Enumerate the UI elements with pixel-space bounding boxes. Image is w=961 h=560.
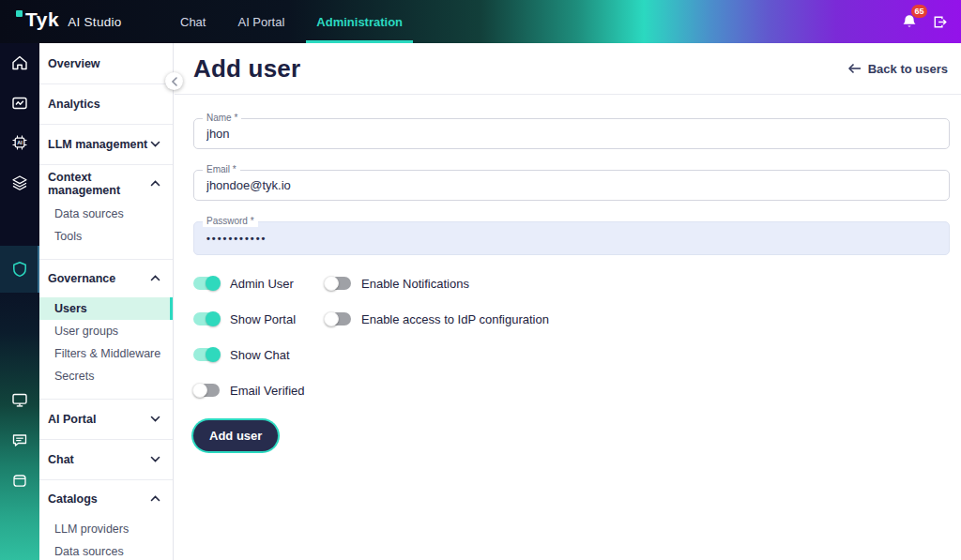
sidebar-nav: Overview Analytics LLM management Contex… xyxy=(39,43,174,560)
sidebar-item-llm-management[interactable]: LLM management xyxy=(39,124,173,164)
grid-spacer xyxy=(325,383,775,398)
icon-rail: AI xyxy=(0,43,39,560)
analytics-icon[interactable] xyxy=(10,94,29,113)
sidebar-item-filters-middleware[interactable]: Filters & Middleware xyxy=(39,342,173,365)
notification-count-badge: 65 xyxy=(911,5,927,18)
switch-knob xyxy=(206,347,221,362)
switch-knob xyxy=(324,311,339,326)
tab-chat[interactable]: Chat xyxy=(178,0,207,43)
sidebar-item-users[interactable]: Users xyxy=(39,297,173,320)
chevron-down-icon xyxy=(150,416,160,423)
switch-knob xyxy=(206,311,221,326)
sidebar-group-context-management: Context management Data sources Tools xyxy=(39,164,173,259)
chevron-up-icon xyxy=(150,180,160,188)
shield-icon[interactable] xyxy=(10,260,29,279)
toggle-label: Enable access to IdP configuration xyxy=(361,312,549,326)
sidebar-item-tools[interactable]: Tools xyxy=(39,225,173,248)
page-title: Add user xyxy=(193,54,300,83)
topbar-actions: 65 xyxy=(900,0,949,43)
admin-user-switch[interactable] xyxy=(193,277,220,290)
logout-icon[interactable] xyxy=(931,13,949,31)
sidebar-item-governance[interactable]: Governance xyxy=(39,260,173,297)
name-field[interactable]: Name * xyxy=(193,118,950,149)
switch-knob xyxy=(206,276,221,291)
email-verified-switch[interactable] xyxy=(193,384,220,397)
toggle-label: Enable Notifications xyxy=(361,277,469,291)
switch-knob xyxy=(324,276,339,291)
tyk-logo: Tyk AI Studio xyxy=(16,8,122,31)
sidebar-collapse-button[interactable] xyxy=(165,72,183,90)
tab-ai-portal[interactable]: AI Portal xyxy=(236,0,286,43)
tyk-logo-square-icon xyxy=(16,10,23,17)
top-bar: Tyk AI Studio Chat AI Portal Administrat… xyxy=(0,0,961,43)
sidebar-item-overview[interactable]: Overview xyxy=(39,43,173,83)
layers-icon[interactable] xyxy=(10,174,29,192)
sidebar-item-analytics[interactable]: Analytics xyxy=(39,83,173,124)
sidebar-item-data-sources-catalog[interactable]: Data sources xyxy=(39,540,173,560)
toggle-label: Admin User xyxy=(230,277,294,291)
toggle-admin-user[interactable]: Admin User xyxy=(193,276,325,291)
chevron-left-icon xyxy=(171,77,178,86)
toggle-show-chat[interactable]: Show Chat xyxy=(193,347,325,362)
toggle-label: Email Verified xyxy=(230,384,304,398)
show-chat-switch[interactable] xyxy=(193,348,220,361)
email-field[interactable]: Email * xyxy=(193,170,950,201)
ai-chip-icon[interactable]: AI xyxy=(10,133,29,152)
toggle-email-verified[interactable]: Email Verified xyxy=(193,383,325,398)
add-user-button[interactable]: Add user xyxy=(193,420,278,451)
back-to-users-link[interactable]: Back to users xyxy=(847,62,948,76)
box-icon[interactable] xyxy=(10,471,29,490)
chevron-down-icon xyxy=(150,456,160,463)
enable-notifications-switch[interactable] xyxy=(325,277,351,290)
toggle-label: Show Portal xyxy=(230,312,296,326)
sidebar-item-llm-providers[interactable]: LLM providers xyxy=(39,518,173,540)
chevron-down-icon xyxy=(150,141,160,148)
toggle-label: Show Chat xyxy=(230,348,290,362)
sidebar-group-catalogs: Catalogs LLM providers Data sources Tool… xyxy=(39,479,173,560)
chevron-up-icon xyxy=(150,495,160,503)
password-input[interactable] xyxy=(194,222,949,254)
sidebar-item-chat[interactable]: Chat xyxy=(39,439,173,479)
sidebar-item-secrets[interactable]: Secrets xyxy=(39,365,173,387)
chevron-up-icon xyxy=(150,275,160,282)
sidebar-item-data-sources[interactable]: Data sources xyxy=(39,203,173,225)
email-input[interactable] xyxy=(194,171,949,200)
toggle-show-portal[interactable]: Show Portal xyxy=(193,311,325,326)
tab-administration[interactable]: Administration xyxy=(314,0,404,43)
name-input[interactable] xyxy=(194,119,949,148)
toggle-enable-notifications[interactable]: Enable Notifications xyxy=(325,276,775,291)
chat-bubble-icon[interactable] xyxy=(10,431,29,449)
home-icon[interactable] xyxy=(10,53,29,72)
page-header: Add user Back to users xyxy=(175,43,961,95)
sidebar-item-catalogs[interactable]: Catalogs xyxy=(39,480,173,518)
sidebar-item-context-management[interactable]: Context management xyxy=(39,165,173,203)
grid-spacer xyxy=(325,347,775,362)
sidebar-item-user-groups[interactable]: User groups xyxy=(39,320,173,342)
monitor-icon[interactable] xyxy=(10,390,29,409)
arrow-left-icon xyxy=(847,63,862,74)
sidebar-group-governance: Governance Users User groups Filters & M… xyxy=(39,259,173,399)
top-nav-tabs: Chat AI Portal Administration xyxy=(178,0,404,43)
add-user-form: Name * Email * Password * Admin User Ena… xyxy=(175,95,961,560)
idp-configuration-switch[interactable] xyxy=(325,312,351,325)
sidebar-item-ai-portal[interactable]: AI Portal xyxy=(39,399,173,439)
product-name: AI Studio xyxy=(68,15,121,29)
switch-knob xyxy=(192,383,207,398)
password-field[interactable]: Password * xyxy=(193,221,950,255)
notifications-bell-button[interactable]: 65 xyxy=(900,12,919,31)
active-tab-underline xyxy=(306,40,413,43)
show-portal-switch[interactable] xyxy=(193,312,220,325)
toggle-idp-configuration[interactable]: Enable access to IdP configuration xyxy=(325,311,775,326)
app-window: Tyk AI Studio Chat AI Portal Administrat… xyxy=(0,0,961,560)
toggle-grid: Admin User Enable Notifications Show Por… xyxy=(193,276,775,398)
tyk-brand-text: Tyk xyxy=(16,8,59,31)
svg-text:AI: AI xyxy=(17,140,23,145)
